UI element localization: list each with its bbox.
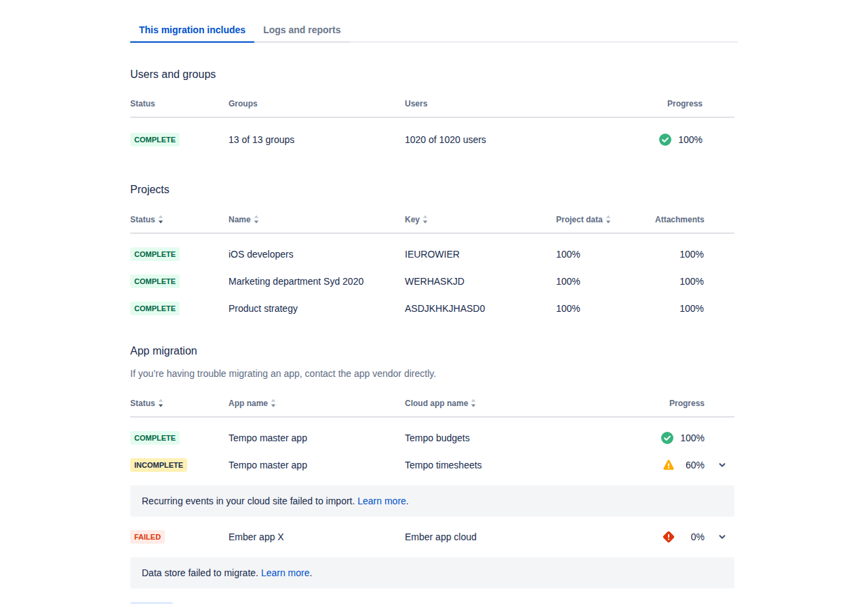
attachments-value: 100% [655, 276, 734, 287]
attachments-value: 100% [655, 303, 734, 314]
app-name: Tempo master app [229, 460, 405, 470]
learn-more-link[interactable]: Learn more [357, 496, 406, 506]
column-header-progress: Progress [556, 99, 734, 108]
app-migration-description: If you’re having trouble migrating an ap… [130, 367, 734, 380]
table-row: INCOMPLETE Tempo master app Tempo timesh… [130, 451, 734, 479]
project-name: iOS developers [229, 249, 405, 260]
users-count: 1020 of 1020 users [405, 134, 556, 145]
sort-icon [158, 399, 163, 407]
column-header-status[interactable]: Status [130, 215, 229, 224]
attachments-value: 100% [655, 249, 734, 260]
sort-icon [254, 215, 259, 224]
app-name: Ember app X [229, 531, 405, 542]
column-header-attachments: Attachments [655, 215, 735, 224]
table-row: COMPLETE Product strategy ASDJKHKJHASD0 … [130, 295, 734, 322]
table-row: COMPLETE iOS developers IEUROWIER 100% 1… [130, 241, 734, 268]
apps-table-header: Status App name Cloud app name Progress [130, 390, 734, 418]
row-message: Recurring events in your cloud site fail… [130, 485, 734, 517]
status-badge: COMPLETE [130, 247, 180, 261]
tab-bar: This migration includes Logs and reports [130, 20, 738, 43]
row-message: Data store failed to migrate. Learn more… [130, 557, 734, 588]
check-circle-icon [658, 133, 672, 146]
status-badge: INCOMPLETE [130, 458, 187, 472]
cloud-app-name: Ember app cloud [405, 531, 556, 542]
column-header-key[interactable]: Key [405, 215, 556, 224]
progress-value: 0% [682, 531, 705, 542]
expand-row-button[interactable] [715, 458, 729, 472]
column-header-progress: Progress [556, 399, 710, 408]
tab-logs-and-reports[interactable]: Logs and reports [254, 20, 349, 43]
projects-section: Projects Status Name Key Pr [130, 183, 734, 321]
users-and-groups-section: Users and groups Status Groups Users Pro… [130, 68, 734, 155]
table-row: COMPLETE 13 of 13 groups 1020 of 1020 us… [130, 125, 734, 155]
projects-table-body: COMPLETE iOS developers IEUROWIER 100% 1… [130, 234, 734, 322]
project-key: ASDJKHKJHASD0 [405, 303, 556, 314]
message-suffix: . [309, 567, 312, 578]
status-badge: COMPLETE [130, 133, 180, 146]
column-header-name[interactable]: Name [229, 215, 405, 224]
progress-value: 60% [682, 460, 705, 470]
column-header-users: Users [405, 99, 556, 108]
table-row: COMPLETE Tempo master app Tempo budgets … [130, 424, 734, 451]
app-migration-section: App migration If you’re having trouble m… [130, 344, 734, 604]
groups-count: 13 of 13 groups [229, 134, 405, 145]
sort-icon [271, 399, 276, 407]
message-text: Data store failed to migrate. [142, 567, 258, 578]
sort-icon [158, 215, 163, 224]
column-header-groups: Groups [229, 99, 405, 108]
status-badge: FAILED [130, 530, 165, 544]
projects-table-header: Status Name Key Project data [130, 206, 734, 234]
sort-icon [422, 215, 428, 224]
table-row: FAILED Ember app X Ember app cloud 0% [130, 523, 734, 550]
column-header-cloud-app-name[interactable]: Cloud app name [405, 399, 556, 408]
progress-value: 100% [678, 134, 703, 145]
status-badge: COMPLETE [130, 275, 180, 288]
tab-this-migration-includes[interactable]: This migration includes [130, 20, 254, 43]
column-header-status[interactable]: Status [130, 399, 229, 408]
warning-icon [662, 458, 675, 472]
status-badge: COMPLETE [130, 431, 180, 445]
project-data-value: 100% [556, 249, 655, 260]
section-title-projects: Projects [130, 183, 734, 197]
project-data-value: 100% [556, 276, 655, 287]
cloud-app-name: Tempo budgets [405, 432, 556, 443]
chevron-down-icon [717, 460, 728, 470]
users-table-body: COMPLETE 13 of 13 groups 1020 of 1020 us… [130, 118, 734, 155]
check-circle-icon [660, 431, 674, 445]
app-name: Tempo master app [229, 432, 405, 443]
column-header-project-data[interactable]: Project data [556, 215, 655, 224]
progress-value: 100% [680, 432, 705, 443]
column-header-app-name[interactable]: App name [229, 399, 405, 408]
project-name: Product strategy [229, 303, 405, 314]
status-badge: COMPLETE [130, 302, 180, 315]
apps-table-body: COMPLETE Tempo master app Tempo budgets … [130, 418, 734, 604]
message-suffix: . [406, 496, 409, 506]
sort-icon [471, 399, 476, 407]
project-data-value: 100% [556, 303, 655, 314]
cloud-app-name: Tempo timesheets [405, 460, 556, 470]
learn-more-link[interactable]: Learn more [261, 567, 310, 578]
page-content: This migration includes Logs and reports… [130, 0, 738, 604]
section-title-users-and-groups: Users and groups [130, 68, 734, 81]
message-text: Recurring events in your cloud site fail… [142, 496, 355, 506]
expand-row-button[interactable] [715, 530, 729, 544]
column-header-status: Status [130, 99, 229, 108]
users-table-header: Status Groups Users Progress [130, 90, 734, 118]
project-key: WERHASKJD [405, 276, 556, 287]
project-name: Marketing department Syd 2020 [229, 276, 405, 287]
sort-icon [606, 215, 611, 224]
chevron-down-icon [717, 531, 728, 542]
table-row: RUNNING Timesheets for Confluence Timesh… [130, 595, 734, 604]
table-row: COMPLETE Marketing department Syd 2020 W… [130, 268, 734, 295]
section-title-app-migration: App migration [130, 344, 734, 358]
error-icon [662, 530, 675, 544]
project-key: IEUROWIER [405, 249, 556, 260]
